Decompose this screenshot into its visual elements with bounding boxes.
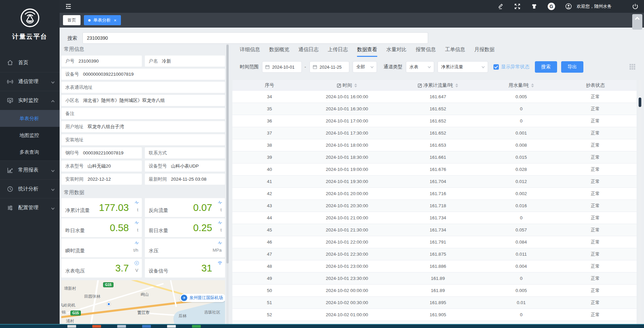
power-icon[interactable] [632, 3, 639, 10]
table-scroll-thumb[interactable] [639, 98, 641, 107]
tab-active[interactable]: 单表分析 × [84, 15, 121, 25]
edit-icon[interactable] [497, 3, 504, 10]
range-option-select[interactable]: 全部 [353, 61, 377, 73]
column-label: 净累计流量/吨 [423, 82, 453, 88]
table-cell-usage: 0.016 [488, 203, 554, 208]
scroll-top-button[interactable] [632, 14, 642, 30]
taskbar-app-icon[interactable] [192, 325, 201, 328]
sidebar-subitem-2[interactable]: 多表查询 [0, 144, 60, 160]
table-cell-usage: 0.005 [488, 94, 554, 99]
detail-tab-0[interactable]: 详细信息 [240, 46, 260, 57]
taskbar-app-icon[interactable] [142, 325, 151, 328]
range-label: 时间范围 [240, 64, 259, 70]
table-cell-time: 2024-10-01 20:00:00 [307, 191, 387, 196]
info-field-row: 用户地址双龙寺八组台子湾 [61, 121, 225, 132]
app-title: 计量云平台 [0, 32, 60, 41]
field-value: 23100390 [78, 59, 99, 64]
field-label: 用户地址 [65, 124, 84, 130]
table-col-header-1[interactable]: 时间 [307, 80, 387, 91]
sort-carets-icon[interactable] [455, 83, 458, 87]
detail-tab-7[interactable]: 工单信息 [445, 46, 465, 57]
metric-label: 昨日水量 [65, 227, 85, 234]
detail-tab-8[interactable]: 月报数据 [474, 46, 494, 57]
user-avatar-icon[interactable] [565, 3, 572, 10]
field-value: 冷新 [162, 58, 171, 64]
taskbar-app-icon[interactable] [117, 325, 126, 328]
sidebar-item-5[interactable]: 配置管理 [0, 198, 60, 217]
sort-carets-icon[interactable] [354, 83, 357, 87]
export-button[interactable]: 导出 [561, 61, 583, 73]
table-cell-usage: 0 [488, 312, 554, 317]
table-cell-no: 43 [232, 203, 307, 208]
table-col-header-2[interactable]: 净累计流量/吨 [387, 80, 488, 91]
detail-tab-5[interactable]: 水量对比 [386, 46, 407, 57]
fullscreen-icon[interactable] [514, 3, 521, 10]
chart-link-icon[interactable] [337, 83, 341, 88]
sidebar-subitem-1[interactable]: 地图监控 [0, 127, 60, 144]
sidebar-item-2[interactable]: 实时监控 [0, 91, 60, 110]
metric-label: 瞬时流量 [65, 248, 85, 254]
metric-value: 3.7 [115, 263, 129, 274]
tab-home[interactable]: 首页 [63, 15, 80, 25]
table-row: 462024-10-01 22:00:00161.7910.084正常 [232, 236, 637, 248]
channel-type-value: 水表 [410, 64, 418, 70]
detail-tab-3[interactable]: 上传日志 [328, 46, 348, 57]
detail-tab-6[interactable]: 报警信息 [416, 46, 436, 57]
abnormal-checkbox[interactable] [493, 64, 499, 70]
chart-link-icon[interactable] [418, 83, 422, 88]
table-cell-no: 35 [232, 106, 307, 111]
search-input[interactable] [83, 32, 428, 44]
theme-shirt-icon[interactable] [531, 3, 538, 10]
mini-map[interactable]: ✈ 泉州晋江国际机场 塘新村田园张林峋山风岭岗机晋江市后林吉坂社区浦村锦G15G… [61, 280, 225, 324]
table-cell-usage: 0.001 [488, 131, 554, 136]
column-settings-icon[interactable] [630, 64, 635, 70]
detail-tab-2[interactable]: 通信日志 [298, 46, 319, 57]
metric-card: 设备信号31 [145, 259, 225, 278]
airport-name: 泉州晋江国际机场 [189, 295, 223, 301]
date-from-input[interactable]: 2024-10-01 [262, 61, 302, 73]
map-airport-label[interactable]: ✈ 泉州晋江国际机场 [180, 294, 225, 302]
sidebar-collapse-icon[interactable] [65, 3, 72, 10]
metric-card: 反向流量0.07t [145, 198, 225, 217]
date-to-input[interactable]: 2024-11-25 [310, 61, 349, 73]
info-field: 设备号00000000392210007819 [61, 69, 225, 80]
field-label: 水表型号 [65, 163, 84, 169]
channel-metric-value: 净累计流量 [441, 64, 463, 70]
table-cell-time: 2024-10-01 17:30:00 [307, 131, 387, 136]
table-cell-total: 161.661 [387, 155, 488, 160]
g-badge-icon[interactable]: G [548, 3, 555, 10]
table-cell-total: 161.89 [387, 288, 488, 293]
info-field: 设备型号山科小表UDP [145, 160, 225, 172]
close-icon[interactable]: × [114, 18, 117, 23]
sidebar-item-4[interactable]: 统计分析 [0, 179, 60, 198]
table-cell-time: 2024-10-01 19:30:00 [307, 179, 387, 184]
taskbar-app-icon[interactable] [67, 325, 76, 328]
airplane-icon: ✈ [181, 295, 187, 301]
detail-tab-1[interactable]: 数据概览 [269, 46, 289, 57]
field-value: 山科无磁20 [88, 163, 111, 169]
app-window: 计量云平台 首页通信管理实时监控单表分析地图监控多表查询常用报表统计分析配置管理… [0, 0, 644, 328]
sidebar-subitem-0[interactable]: 单表分析 [0, 110, 60, 127]
taskbar-app-icon[interactable] [167, 325, 176, 328]
field-label: 安装时间 [65, 176, 84, 182]
chevron-up-icon [635, 17, 640, 22]
sidebar-item-0[interactable]: 首页 [0, 53, 60, 72]
info-field-row: 钢印号0000392210007819联系方式 [61, 147, 225, 158]
table-cell-status: 正常 [554, 179, 637, 185]
table-cell-time: 2024-10-01 23:30:00 [307, 276, 387, 281]
left-scroll-thumb[interactable] [226, 45, 229, 263]
detail-tab-4[interactable]: 数据查看 [357, 46, 377, 57]
search-row: 搜索 [67, 32, 428, 44]
date-range-dash: - [304, 64, 306, 70]
sidebar-item-3[interactable]: 常用报表 [0, 160, 60, 179]
search-button[interactable]: 搜索 [535, 61, 557, 73]
table-col-header-3[interactable]: 用水量/吨 [488, 80, 554, 91]
field-label: 设备型号 [149, 163, 167, 169]
field-label: 小区名 [65, 98, 79, 104]
table-col-header-4: 抄表状态 [554, 80, 637, 91]
sidebar-item-1[interactable]: 通信管理 [0, 72, 60, 91]
channel-metric-select[interactable]: 净累计流量 [438, 61, 488, 73]
sort-carets-icon[interactable] [531, 83, 534, 87]
channel-type-select[interactable]: 水表 [406, 61, 434, 73]
taskbar-app-icon[interactable] [92, 325, 101, 328]
